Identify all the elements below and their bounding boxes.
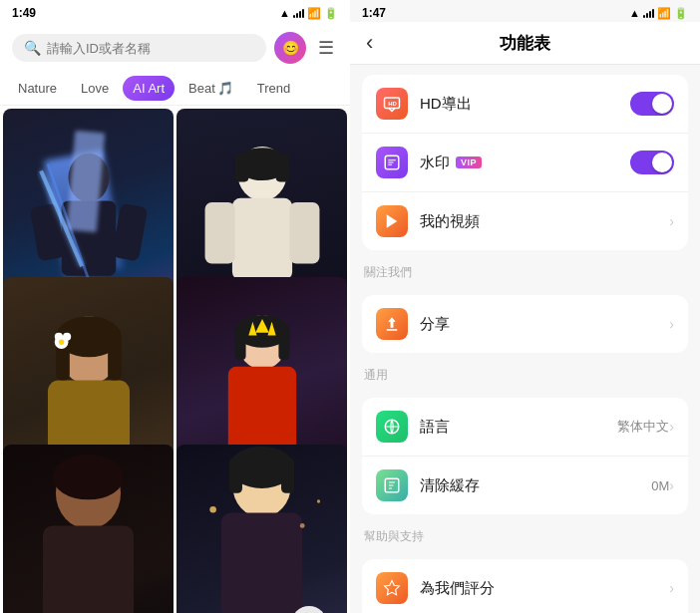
left-status-icons: ▲ 📶 🔋 [279, 7, 338, 20]
tab-ai-art[interactable]: AI Art [123, 76, 175, 101]
battery-icon: 🔋 [324, 7, 338, 20]
page-title: 功能表 [500, 32, 550, 55]
wifi-icon: 📶 [307, 7, 321, 20]
battery-icon-right: 🔋 [674, 7, 688, 20]
svg-rect-25 [234, 326, 245, 360]
share-label: 分享 [420, 315, 669, 334]
signal-bar [649, 11, 651, 18]
left-panel: 1:49 ▲ 📶 🔋 🔍 😊 ☰ Nature Love AI Art [0, 0, 350, 613]
signal-icon-right [643, 8, 654, 18]
svg-rect-35 [221, 513, 302, 613]
right-status-icons: ▲ 📶 🔋 [629, 7, 688, 20]
svg-point-41 [317, 500, 320, 503]
svg-rect-11 [234, 154, 248, 181]
hd-export-toggle[interactable] [630, 92, 674, 116]
left-time: 1:49 [12, 6, 36, 20]
signal-bar-1 [293, 15, 295, 18]
signal-bar [652, 9, 654, 18]
general-section-card: 語言 繁体中文 › 清除緩存 0M › [362, 398, 688, 514]
language-icon-box [376, 411, 408, 443]
svg-marker-45 [387, 214, 398, 228]
language-icon [383, 418, 401, 436]
watermark-icon [383, 153, 401, 171]
svg-point-21 [58, 339, 63, 344]
share-icon [383, 315, 401, 333]
svg-rect-9 [289, 202, 319, 264]
android-icon-right: ▲ [629, 7, 640, 19]
svg-point-0 [68, 153, 109, 202]
right-status-bar: 1:47 ▲ 📶 🔋 [350, 0, 700, 22]
help-section-card: 為我們評分 › 反饋 › [362, 559, 688, 613]
svg-point-39 [209, 506, 216, 513]
grid-item-6[interactable]: ↑ [176, 445, 347, 613]
watermark-row[interactable]: 水印 VIP [362, 134, 688, 192]
vip-badge: VIP [456, 156, 482, 168]
rate-icon-box [376, 572, 408, 604]
hd-export-icon-box: HD [376, 88, 408, 120]
svg-rect-3 [111, 203, 147, 262]
language-label: 語言 [420, 418, 617, 437]
signal-bar-4 [302, 9, 304, 18]
main-section-card: HD HD導出 水印 VIP [362, 75, 688, 250]
language-row[interactable]: 語言 繁体中文 › [362, 398, 688, 457]
svg-rect-17 [108, 333, 122, 381]
tab-love[interactable]: Love [71, 76, 119, 101]
search-bar[interactable]: 🔍 [12, 34, 266, 62]
svg-rect-31 [43, 526, 134, 613]
left-status-bar: 1:49 ▲ 📶 🔋 [0, 0, 350, 22]
watermark-label: 水印 VIP [420, 153, 630, 172]
grid-item-5[interactable] [3, 445, 174, 613]
rate-row[interactable]: 為我們評分 › [362, 559, 688, 613]
cache-value: 0M [651, 478, 669, 493]
share-icon-box [376, 308, 408, 340]
my-video-row[interactable]: 我的視頻 › [362, 192, 688, 250]
clear-cache-icon-box [376, 469, 408, 501]
svg-point-32 [53, 455, 125, 500]
back-button[interactable]: ‹ [366, 32, 373, 54]
help-section-label: 幫助與支持 [350, 514, 700, 549]
tab-nature[interactable]: Nature [8, 76, 67, 101]
signal-bar [646, 13, 648, 18]
hd-export-row[interactable]: HD HD導出 [362, 75, 688, 134]
my-video-label: 我的視頻 [420, 212, 669, 231]
clear-cache-icon [383, 476, 401, 494]
svg-rect-38 [281, 458, 294, 493]
svg-rect-26 [278, 326, 289, 360]
category-tabs: Nature Love AI Art Beat 🎵 Trend [0, 72, 350, 106]
signal-bar-2 [296, 13, 298, 18]
clear-cache-row[interactable]: 清除緩存 0M › [362, 457, 688, 514]
search-input[interactable] [47, 41, 254, 56]
hd-export-label: HD導出 [420, 95, 630, 114]
avatar-button[interactable]: 😊 [274, 32, 306, 64]
clear-cache-label: 清除緩存 [420, 476, 651, 495]
settings-content: HD HD導出 水印 VIP [350, 65, 700, 613]
right-header: ‹ 功能表 [350, 22, 700, 65]
right-time: 1:47 [362, 6, 386, 20]
svg-rect-8 [204, 202, 234, 264]
rate-chevron: › [669, 580, 674, 596]
watermark-toggle[interactable] [630, 151, 674, 174]
share-row[interactable]: 分享 › [362, 295, 688, 353]
follow-section-card: 分享 › [362, 295, 688, 353]
language-chevron: › [669, 419, 674, 435]
hamburger-menu-icon[interactable]: ☰ [314, 33, 338, 63]
rate-icon [383, 579, 401, 597]
signal-icon [293, 8, 304, 18]
android-icon: ▲ [279, 7, 290, 19]
my-video-icon [383, 212, 401, 230]
content-grid: 使用 [0, 106, 350, 613]
svg-rect-37 [229, 458, 242, 493]
tab-trend[interactable]: Trend [247, 76, 300, 101]
signal-bar [643, 15, 645, 18]
search-row: 🔍 😊 ☰ [0, 22, 350, 72]
svg-point-20 [63, 333, 71, 341]
search-icon: 🔍 [24, 40, 41, 56]
right-panel: 1:47 ▲ 📶 🔋 ‹ 功能表 HD [350, 0, 700, 613]
svg-rect-7 [231, 198, 291, 280]
follow-section-label: 關注我們 [350, 250, 700, 285]
language-value: 繁体中文 [617, 418, 669, 436]
svg-point-40 [300, 523, 305, 528]
svg-text:HD: HD [388, 101, 397, 107]
share-chevron: › [669, 316, 674, 332]
tab-beat[interactable]: Beat 🎵 [178, 76, 243, 101]
